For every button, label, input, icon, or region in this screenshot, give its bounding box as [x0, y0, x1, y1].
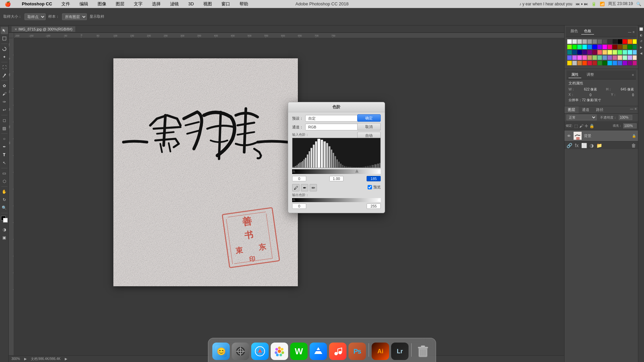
color-panel-menu[interactable]: ≡	[633, 30, 635, 34]
tool-path-select[interactable]: ↖	[1, 159, 8, 167]
menu-layer[interactable]: 图层	[114, 0, 126, 8]
swatch-light-cyan[interactable]	[628, 50, 632, 55]
levels-input-track[interactable]	[292, 169, 381, 174]
layers-delete-btn[interactable]: 🗑	[631, 143, 636, 148]
swatch-deepskyblue[interactable]	[607, 61, 612, 65]
menu-edit[interactable]: 编辑	[77, 0, 90, 8]
swatch-blue[interactable]	[592, 45, 597, 49]
levels-ok-button[interactable]: 确定	[357, 114, 381, 122]
levels-preview-checkbox[interactable]	[368, 185, 372, 189]
swatch-pink[interactable]	[582, 55, 587, 60]
swatch-sea[interactable]	[633, 45, 637, 49]
swatch-seafoam[interactable]	[597, 55, 602, 60]
layer-row-background[interactable]: 背景 🔒	[565, 130, 638, 141]
swatch-dark-green[interactable]	[628, 45, 632, 49]
tool-type[interactable]: T	[1, 151, 8, 159]
layers-opacity-input[interactable]	[619, 115, 632, 120]
tool-gradient[interactable]: ▨	[1, 125, 8, 132]
swatch-honeydew[interactable]	[623, 55, 627, 60]
tab-paths[interactable]: 路径	[593, 106, 607, 113]
swatch-gray30[interactable]	[602, 39, 607, 44]
tool-brush[interactable]: 🖌	[1, 90, 8, 98]
swatch-light-gray[interactable]	[572, 39, 577, 44]
tool-rectangle[interactable]: ▭	[1, 170, 8, 177]
swatch-purple[interactable]	[587, 50, 592, 55]
layers-fill-input[interactable]	[623, 123, 637, 128]
swatch-slate[interactable]	[602, 55, 607, 60]
swatch-darkviolet[interactable]	[623, 61, 627, 65]
layers-link-btn[interactable]: 🔗	[567, 143, 572, 148]
swatch-darkmagenta[interactable]	[628, 61, 632, 65]
layers-menu-btn[interactable]: ≡	[635, 107, 637, 113]
dock-music-icon[interactable]	[329, 343, 346, 360]
swatch-azure[interactable]	[587, 45, 592, 49]
levels-output-white-handle[interactable]	[377, 198, 381, 201]
levels-preview-check[interactable]: 预览	[368, 185, 381, 190]
tool-magic-wand[interactable]: ✦	[1, 53, 8, 61]
dock-trash-icon[interactable]	[414, 343, 432, 360]
tool-eraser[interactable]: ◻	[1, 117, 8, 124]
swatch-crimson[interactable]	[587, 61, 592, 65]
layers-fx-btn[interactable]: fx	[575, 143, 579, 148]
layers-mode-select[interactable]: 正常	[567, 115, 597, 120]
swatch-orchid[interactable]	[612, 55, 617, 60]
dock-safari-icon[interactable]	[251, 343, 269, 360]
status-arrow[interactable]: ▶	[24, 357, 27, 361]
swatch-silver[interactable]	[572, 61, 577, 65]
dock-launchpad-icon[interactable]	[232, 343, 249, 360]
swatch-yellow-green[interactable]	[612, 50, 617, 55]
swatch-cyan[interactable]	[582, 45, 587, 49]
tool-zoom[interactable]: 🔍	[1, 204, 8, 212]
menu-3d[interactable]: 3D	[186, 1, 196, 7]
swatch-bronze[interactable]	[577, 61, 582, 65]
swatch-magenta[interactable]	[602, 45, 607, 49]
layers-mask-btn[interactable]: ⬜	[581, 143, 587, 148]
swatch-light-magenta[interactable]	[577, 55, 582, 60]
canvas-area[interactable]: 善 书 束 东 印	[19, 38, 564, 355]
eyedropper-black[interactable]: 🖊	[292, 184, 300, 191]
levels-output-track[interactable]	[292, 198, 381, 202]
mini-history-btn[interactable]: ↺	[639, 39, 644, 44]
mini-actions-btn[interactable]: ▶	[639, 45, 644, 50]
levels-black-input[interactable]	[292, 176, 306, 181]
levels-mid-handle[interactable]	[355, 169, 359, 173]
levels-white-input[interactable]	[367, 176, 381, 181]
tool-clone[interactable]: ✑	[1, 98, 8, 106]
swatch-mint[interactable]	[623, 50, 627, 55]
levels-black-handle[interactable]	[292, 169, 296, 173]
swatch-gray[interactable]	[582, 39, 587, 44]
swatch-yellow[interactable]	[633, 39, 637, 44]
swatch-olive[interactable]	[623, 45, 627, 49]
swatch-darker[interactable]	[612, 39, 617, 44]
tool-marquee[interactable]	[1, 35, 8, 42]
dock-finder-icon[interactable]: 😊	[212, 343, 230, 360]
tab-properties[interactable]: 属性	[569, 71, 581, 78]
menu-filter[interactable]: 滤镜	[168, 0, 181, 8]
swatch-bisque[interactable]	[618, 55, 622, 60]
levels-output-white-input[interactable]	[367, 203, 381, 209]
swatch-red[interactable]	[623, 39, 627, 44]
dock-appstore-icon[interactable]	[310, 343, 327, 360]
swatch-dark[interactable]	[607, 39, 612, 44]
swatch-seashell[interactable]	[633, 55, 637, 60]
swatch-gold[interactable]	[567, 61, 572, 65]
dock-photos-icon[interactable]	[271, 343, 288, 360]
layers-lock-position[interactable]: ✛	[585, 124, 588, 128]
dock-wechat-icon[interactable]: W	[290, 343, 308, 360]
swatch-indigo[interactable]	[582, 50, 587, 55]
tab-adjust[interactable]: 调整	[584, 71, 597, 78]
swatch-dodgerblue[interactable]	[612, 61, 617, 65]
status-arrow-2[interactable]: ▶	[65, 357, 67, 361]
tool-pen[interactable]: ✒	[1, 143, 8, 150]
tool-3d[interactable]: ⬡	[1, 178, 8, 185]
levels-output-black-input[interactable]	[292, 203, 306, 209]
layers-adj-btn[interactable]: ◑	[590, 143, 594, 148]
mini-adjust-btn[interactable]: ◐	[639, 33, 644, 38]
menu-file[interactable]: 文件	[59, 0, 72, 8]
menu-select[interactable]: 选择	[150, 0, 163, 8]
menu-app[interactable]: Photoshop CC	[20, 1, 54, 7]
doc-tab-main[interactable]: ✕ IMG_8715.jpg @ 300%(RGB/8#)	[11, 26, 75, 32]
swatch-gray50[interactable]	[592, 39, 597, 44]
layers-collapse-btn[interactable]: —	[630, 107, 633, 113]
swatch-dark-gray[interactable]	[587, 39, 592, 44]
